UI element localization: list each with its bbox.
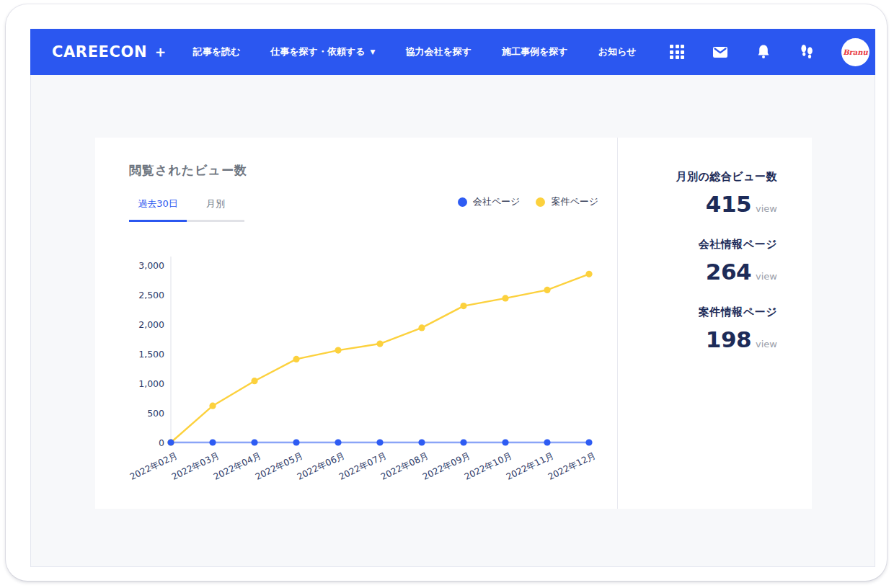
nav-item-find-work[interactable]: 仕事を探す・依頼する ▼ [270,45,375,58]
nav-item-construction-cases[interactable]: 施工事例を探す [502,45,568,58]
stat-unit: view [756,271,777,282]
nav-icon-group: Branu [668,38,869,66]
views-card: 閲覧されたビュー数 過去30日 月別 会社ページ 案件ページ [95,138,812,509]
bell-icon[interactable] [755,43,772,61]
svg-text:0: 0 [159,437,164,448]
mail-icon[interactable] [712,43,729,61]
stat-value: 415 [706,191,751,217]
stat-value: 198 [706,326,751,352]
stat-unit: view [756,339,777,349]
svg-text:2,500: 2,500 [138,290,164,300]
svg-text:500: 500 [147,408,164,419]
top-navbar: CAREECON ＋ 記事を読む 仕事を探す・依頼する ▼ 協力会社を探す 施工… [30,29,875,75]
stat-company-page-views: 会社情報ページ 264view [676,238,777,285]
app-container: CAREECON ＋ 記事を読む 仕事を探す・依頼する ▼ 協力会社を探す 施工… [30,29,875,567]
svg-text:2,000: 2,000 [138,319,164,330]
stat-total-monthly-views: 月別の総合ビュー数 415view [676,170,777,217]
nav-item-read-articles[interactable]: 記事を読む [193,45,241,58]
page-body: 閲覧されたビュー数 過去30日 月別 会社ページ 案件ページ [30,75,875,567]
nav-item-news[interactable]: お知らせ [598,45,637,58]
svg-text:1,000: 1,000 [138,378,164,389]
window-frame: CAREECON ＋ 記事を読む 仕事を探す・依頼する ▼ 協力会社を探す 施工… [6,4,887,581]
chart-section: 閲覧されたビュー数 過去30日 月別 会社ページ 案件ページ [95,138,618,509]
careecon-logo[interactable]: CAREECON ＋ [52,42,169,62]
stat-value: 264 [706,259,751,285]
footprints-icon[interactable] [798,43,815,61]
svg-text:1,500: 1,500 [138,349,164,360]
avatar-brand-text: Branu [843,48,868,56]
user-avatar[interactable]: Branu [841,38,869,66]
chevron-down-icon: ▼ [371,49,376,55]
stat-project-page-views: 案件情報ページ 198view [676,306,777,352]
svg-text:2022年12月: 2022年12月 [546,450,597,482]
views-line-chart: 05001,0001,5002,0002,5003,0002022年02月202… [95,138,618,509]
stats-section: 月別の総合ビュー数 415view 会社情報ページ 264view [618,138,812,509]
nav-item-find-partners[interactable]: 協力会社を探す [405,45,472,58]
svg-text:3,000: 3,000 [138,260,164,271]
stat-unit: view [756,203,777,214]
stats-column: 月別の総合ビュー数 415view 会社情報ページ 264view [676,170,777,373]
nav-menu: 記事を読む 仕事を探す・依頼する ▼ 協力会社を探す 施工事例を探す お知らせ [193,45,637,58]
apps-grid-icon[interactable] [668,43,686,61]
